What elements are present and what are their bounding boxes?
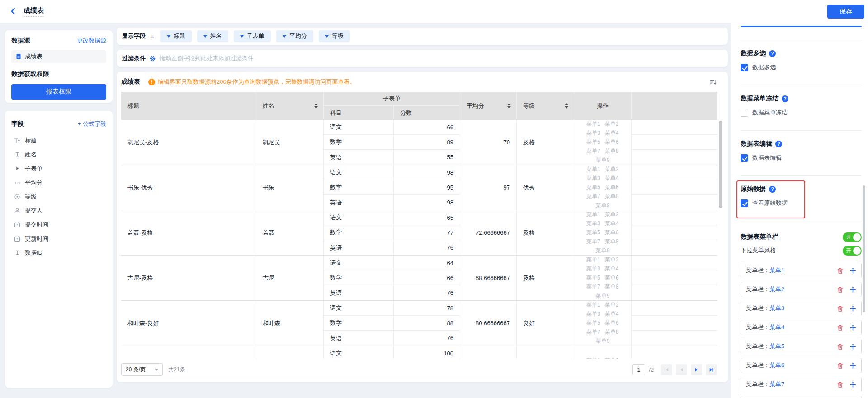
trash-icon[interactable] xyxy=(837,267,844,274)
row-menu-link-1[interactable]: 菜单1 xyxy=(586,357,600,359)
dropdown-style-toggle[interactable]: 开 xyxy=(843,246,862,256)
menubar-item-name[interactable]: 菜单4 xyxy=(769,323,784,332)
row-menu-link-4[interactable]: 菜单4 xyxy=(605,129,619,137)
row-menu-link-2[interactable]: 菜单2 xyxy=(605,357,619,359)
last-page-button[interactable] xyxy=(706,364,717,375)
row-menu-link-7[interactable]: 菜单7 xyxy=(586,238,600,246)
row-menu-link-6[interactable]: 菜单6 xyxy=(605,319,619,327)
row-menu-link-5[interactable]: 菜单5 xyxy=(586,138,600,146)
display-chip-子表单[interactable]: 子表单 xyxy=(234,30,271,42)
field-item-3[interactable]: 子表单 xyxy=(11,161,106,175)
menubar-item-name[interactable]: 菜单7 xyxy=(769,380,784,389)
move-icon[interactable] xyxy=(849,286,856,293)
trash-icon[interactable] xyxy=(837,305,844,312)
section-checkbox-row[interactable]: 数据表编辑 xyxy=(741,154,862,162)
help-icon[interactable] xyxy=(782,95,788,102)
row-menu-link-6[interactable]: 菜单6 xyxy=(605,274,619,282)
add-display-field-button[interactable]: + xyxy=(150,33,154,40)
row-menu-link-8[interactable]: 菜单8 xyxy=(605,283,619,291)
row-menu-link-3[interactable]: 菜单3 xyxy=(586,310,600,318)
row-menu-link-2[interactable]: 菜单2 xyxy=(605,256,619,264)
save-button[interactable]: 保存 xyxy=(827,5,864,19)
row-menu-link-3[interactable]: 菜单3 xyxy=(586,265,600,273)
menubar-item-name[interactable]: 菜单5 xyxy=(769,342,784,351)
row-menu-link-4[interactable]: 菜单4 xyxy=(605,175,619,182)
row-menu-link-1[interactable]: 菜单1 xyxy=(586,120,600,128)
trash-icon[interactable] xyxy=(837,286,844,293)
row-menu-link-8[interactable]: 菜单8 xyxy=(605,193,619,200)
field-item-7[interactable]: 7提交时间 xyxy=(11,218,106,232)
display-chip-等级[interactable]: 等级 xyxy=(319,30,350,42)
row-menu-link-2[interactable]: 菜单2 xyxy=(605,211,619,218)
field-item-6[interactable]: 提交人 xyxy=(11,204,106,218)
row-menu-link-3[interactable]: 菜单3 xyxy=(586,129,600,137)
sort-icon[interactable] xyxy=(565,103,568,109)
change-datasource-link[interactable]: 更改数据源 xyxy=(77,37,106,45)
row-menu-link-1[interactable]: 菜单1 xyxy=(586,301,600,309)
display-chip-标题[interactable]: 标题 xyxy=(160,30,192,42)
row-menu-link-9[interactable]: 菜单9 xyxy=(596,337,610,345)
row-menu-link-8[interactable]: 菜单8 xyxy=(605,328,619,336)
row-menu-link-4[interactable]: 菜单4 xyxy=(605,265,619,273)
trash-icon[interactable] xyxy=(837,324,844,331)
row-menu-link-5[interactable]: 菜单5 xyxy=(586,184,600,191)
first-page-button[interactable] xyxy=(661,364,672,375)
row-menu-link-9[interactable]: 菜单9 xyxy=(596,202,610,209)
row-menu-link-1[interactable]: 菜单1 xyxy=(586,166,600,173)
row-menu-link-7[interactable]: 菜单7 xyxy=(586,147,600,155)
trash-icon[interactable] xyxy=(837,343,844,350)
checkbox[interactable] xyxy=(741,109,748,117)
row-menu-link-9[interactable]: 菜单9 xyxy=(596,247,610,255)
move-icon[interactable] xyxy=(849,362,856,369)
checkbox[interactable] xyxy=(741,154,748,162)
trash-icon[interactable] xyxy=(837,362,844,369)
checkbox[interactable] xyxy=(741,64,748,71)
row-menu-link-3[interactable]: 菜单3 xyxy=(586,175,600,182)
move-icon[interactable] xyxy=(849,324,856,331)
row-menu-link-2[interactable]: 菜单2 xyxy=(605,301,619,309)
section-checkbox-row[interactable]: 数据菜单冻结 xyxy=(741,109,862,117)
filter-placeholder[interactable]: 拖动左侧字段到此处来添加过滤条件 xyxy=(160,54,254,62)
field-item-8[interactable]: 7更新时间 xyxy=(11,232,106,246)
row-menu-link-1[interactable]: 菜单1 xyxy=(586,211,600,218)
help-icon[interactable] xyxy=(775,141,782,147)
move-icon[interactable] xyxy=(849,343,856,350)
page-title[interactable]: 成绩表 xyxy=(24,6,44,17)
field-item-4[interactable]: 123平均分 xyxy=(11,175,106,190)
field-item-2[interactable]: 姓名 xyxy=(11,147,106,161)
display-chip-平均分[interactable]: 平均分 xyxy=(276,30,313,42)
row-menu-link-6[interactable]: 菜单6 xyxy=(605,138,619,146)
move-icon[interactable] xyxy=(849,381,856,388)
page-size-select[interactable]: 20 条/页 xyxy=(121,363,163,376)
move-icon[interactable] xyxy=(849,305,856,312)
menubar-item-name[interactable]: 菜单6 xyxy=(769,361,784,370)
row-menu-link-5[interactable]: 菜单5 xyxy=(586,229,600,237)
sort-icon[interactable] xyxy=(507,103,511,109)
menubar-item-name[interactable]: 菜单3 xyxy=(769,304,784,313)
add-formula-field-link[interactable]: + 公式字段 xyxy=(78,120,106,128)
next-page-button[interactable] xyxy=(691,364,702,375)
row-menu-link-8[interactable]: 菜单8 xyxy=(605,147,619,155)
row-menu-link-6[interactable]: 菜单6 xyxy=(605,184,619,191)
row-menu-link-7[interactable]: 菜单7 xyxy=(586,328,600,336)
row-menu-link-5[interactable]: 菜单5 xyxy=(586,274,600,282)
help-icon[interactable] xyxy=(769,186,776,193)
menubar-item-name[interactable]: 菜单1 xyxy=(769,266,784,275)
help-icon[interactable] xyxy=(769,50,776,57)
row-menu-link-4[interactable]: 菜单4 xyxy=(605,220,619,227)
row-menu-link-3[interactable]: 菜单3 xyxy=(586,220,600,227)
move-icon[interactable] xyxy=(849,267,856,274)
menubar-item-name[interactable]: 菜单2 xyxy=(769,285,784,294)
field-item-9[interactable]: 数据ID xyxy=(11,246,106,260)
row-menu-link-9[interactable]: 菜单9 xyxy=(596,156,610,164)
col-header-name[interactable]: 姓名 xyxy=(256,92,324,120)
datasource-item[interactable]: 成绩表 xyxy=(11,50,106,63)
row-menu-link-2[interactable]: 菜单2 xyxy=(605,120,619,128)
row-menu-link-9[interactable]: 菜单9 xyxy=(596,292,610,300)
col-header-avg[interactable]: 平均分 xyxy=(460,92,517,120)
sort-icon[interactable] xyxy=(314,103,318,109)
row-menu-link-1[interactable]: 菜单1 xyxy=(586,256,600,264)
table-scrollbar[interactable] xyxy=(719,121,722,208)
gear-icon[interactable] xyxy=(149,55,156,62)
section-checkbox-row[interactable]: 查看原始数据 xyxy=(741,199,862,207)
